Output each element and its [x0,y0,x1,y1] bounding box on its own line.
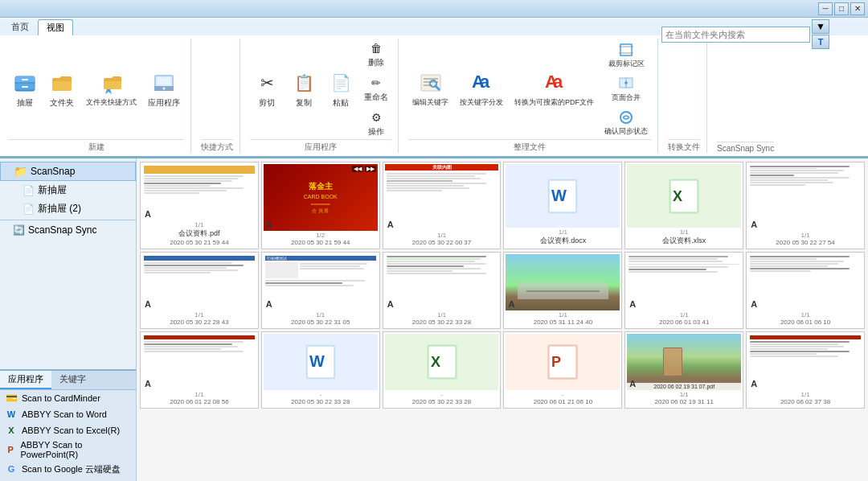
thumb-cell-1-0[interactable]: A 1/1 2020 05 30 22 28 43 [140,252,259,329]
abbyy-word-icon: W [5,408,18,421]
thumb-label-2-2: - 2020 05 30 22 33 28 [385,390,499,406]
sidebar-item-scansnap[interactable]: 📁 ScanSnap [0,162,136,181]
thumb-letter-0-0: A [145,209,151,219]
ribbon-group-convert: 转换文件 [665,39,707,153]
close-button[interactable]: ✕ [850,2,865,15]
keyword-split-button[interactable]: Aa 按关键字分发 [456,68,507,110]
thumb-label-2-1: - 2020 05 30 22 33 28 [264,390,378,406]
google-icon: G [5,462,18,475]
thumb-preview-1-2: A [385,254,499,310]
app-button[interactable]: 应用程序 [144,68,184,111]
merge-pages-icon [618,76,634,92]
new-group-label: 新建 [8,139,184,153]
sidebar-apps: 应用程序 关键字 💳 Scan to CardMinder W ABBYY Sc… [0,369,136,481]
app-cardminder[interactable]: 💳 Scan to CardMinder [0,390,136,406]
folder-tree: 📁 ScanSnap 📄 新抽屉 📄 新抽屉 (2) 🔄 ScanSnap Sy… [0,158,136,369]
delete-icon: 🗑 [368,40,384,56]
svg-text:X: X [673,188,682,204]
edit-keyword-button[interactable]: 编辑关键字 [408,68,452,110]
thumb-cell-2-5[interactable]: A 1/1 2020 06 02 37 38 [746,331,865,409]
thumb-cell-1-1[interactable]: 印刷機測試 [261,252,380,329]
ribbon: 首页 视图 ▼ T 抽屉 文件夹 [0,18,868,158]
shortcut-group-label: 快捷方式 [201,139,233,153]
sidebar-item-drawer2[interactable]: 📄 新抽屉 (2) [0,199,136,218]
thumb-cell-2-1[interactable]: W - 2020 05 30 22 33 28 [261,331,380,409]
app-abbyy-word[interactable]: W ABBYY Scan to Word [0,406,136,422]
copy-button[interactable]: 📋 复制 [287,68,321,111]
delete-button[interactable]: 🗑 删除 [361,39,391,70]
thumb-cell-0-4[interactable]: X 1/1 会议资料.xlsx [624,162,743,249]
thumb-cell-2-2[interactable]: X - 2020 05 30 22 33 28 [383,331,502,409]
convert-group-label: 转换文件 [668,139,700,153]
thumb-label-2-4: 1/1 2020 06 02 19 31 11 [627,390,741,406]
app-icon [151,70,177,96]
confirm-sync-button[interactable]: 确认同步状态 [601,108,651,138]
sidebar-label-sync: ScanSnap Sync [28,224,96,236]
thumb-cell-1-5[interactable]: A 1/1 2020 06 01 06 10 [746,252,865,329]
rename-button[interactable]: ✏ 重命名 [361,73,391,105]
sidebar-label-drawer2: 新抽屉 (2) [38,202,81,216]
thumb-letter-1-4: A [629,299,636,309]
tab-view[interactable]: 视图 [38,19,73,35]
thumb-cell-1-4[interactable]: A 1/1 2020 06 01 03 41 [624,252,743,329]
ribbon-group-organize: 编辑关键字 Aa 按关键字分发 Aa 转换为可搜索的PDF文件 [405,39,658,153]
merge-pages-button[interactable]: 页面合并 [601,74,651,105]
content-area[interactable]: A 1/1 会议资料.pdf 2020 05 30 21 59 44 落金主 C… [137,158,868,481]
svg-point-24 [620,112,632,123]
thumb-cell-0-0[interactable]: A 1/1 会议资料.pdf 2020 05 30 21 59 44 [140,162,259,249]
thumb-cell-2-0[interactable]: A 1/1 2020 06 01 22 08 56 [140,331,259,409]
thumb-label-0-4: 1/1 会议资料.xlsx [627,228,741,247]
drawer-label: 抽屉 [17,97,33,109]
sidebar-item-sync[interactable]: 🔄 ScanSnap Sync [0,222,136,238]
merge-pages-label: 页面合并 [612,92,641,103]
folder-icon-3: 📄 [23,204,35,215]
thumb-preview-0-3: W [506,164,620,228]
thumb-cell-0-1[interactable]: 落金主 CARD BOOK ━━━━━━ 会 員 番 A ◀◀ ▶▶ 1/2 2… [261,162,380,249]
thumb-label-1-5: 1/1 2020 06 01 06 10 [748,310,862,327]
app-abbyy-excel[interactable]: X ABBYY Scan to Excel(R) [0,422,136,438]
thumb-cell-2-3[interactable]: P - 2020 06 01 21 06 10 [503,331,622,409]
thumb-cell-1-3[interactable]: A 1/1 2020 05 31 11 24 40 [503,252,622,329]
app-abbyy-ppt[interactable]: P ABBYY Scan to PowerPoint(R) [0,438,136,461]
sidebar-item-drawer1[interactable]: 📄 新抽屉 [0,181,136,199]
ribbon-group-new: 抽屉 文件夹 文件夹快捷方式 [5,39,191,153]
shortcut-button[interactable]: 文件夹快捷方式 [82,68,141,110]
thumb-cell-1-2[interactable]: A 1/1 2020 05 30 22 33 28 [383,252,502,329]
app-salesforce[interactable]: ☁ Scan to Salesforce Chatter [0,477,136,481]
thumb-letter-0-5: A [751,220,757,229]
sidebar: 📁 ScanSnap 📄 新抽屉 📄 新抽屉 (2) 🔄 ScanSnap Sy… [0,158,137,481]
abbyy-excel-label: ABBYY Scan to Excel(R) [22,426,120,435]
tab-keywords[interactable]: 关键字 [51,371,94,389]
cut-button[interactable]: ✂ 剪切 [250,68,284,111]
search-input[interactable] [661,27,810,43]
thumb-cell-0-5[interactable]: A 1/1 2020 05 30 22 27 54 [746,162,865,249]
paste-button[interactable]: 📄 粘贴 [324,68,358,111]
thumb-label-1-3: 1/1 2020 05 31 11 24 40 [506,310,620,327]
drawer-button[interactable]: 抽屉 [8,68,42,111]
thumb-cell-0-2[interactable]: 关联内图 [383,162,502,249]
tab-home[interactable]: 首页 [3,19,37,35]
search-button[interactable]: ▼ [812,19,829,34]
operation-label: 操作 [368,126,384,138]
thumb-label-0-0: 1/1 会议资料.pdf 2020 05 30 21 59 44 [142,220,256,247]
crop-button[interactable]: 裁剪标记区 [601,40,651,71]
thumb-preview-1-0: A [142,254,256,310]
operation-button[interactable]: ⚙ 操作 [361,108,391,139]
edit-keyword-icon [418,70,444,96]
title-bar: ─ □ ✕ [0,0,868,18]
minimize-button[interactable]: ─ [818,2,833,15]
thumb-preview-1-1: 印刷機測試 [264,254,378,310]
window-controls[interactable]: ─ □ ✕ [818,2,865,15]
maximize-button[interactable]: □ [834,2,849,15]
thumb-cell-0-3[interactable]: W 1/1 会议资料.docx [503,162,622,249]
convert-pdf-button[interactable]: Aa 转换为可搜索的PDF文件 [510,68,598,110]
app-google[interactable]: G Scan to Google 云端硬盘 [0,461,136,477]
folder-button[interactable]: 文件夹 [45,68,79,111]
thumb-letter-2-5: A [751,379,757,388]
tab-apps[interactable]: 应用程序 [0,371,51,389]
edit-buttons: ✂ 剪切 📋 复制 📄 粘贴 🗑 删除 ✏ [250,39,391,139]
search-area: ▼ T [661,19,829,49]
search-go-button[interactable]: T [812,35,829,49]
thumb-label-0-3: 1/1 会议资料.docx [506,228,620,247]
thumb-cell-2-4[interactable]: 2020 06 02 19 31 07.pdf A 1/1 2020 06 02… [624,331,743,409]
